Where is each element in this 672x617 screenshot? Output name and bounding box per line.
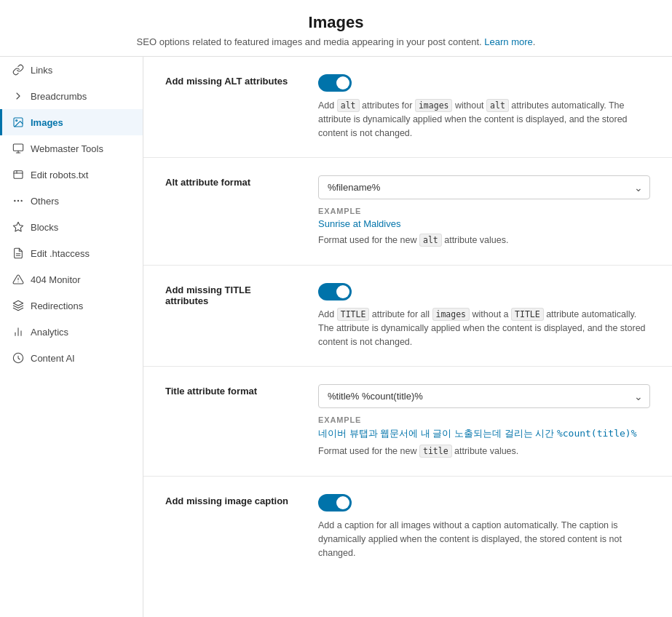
alt-attribute-format-section: Alt attribute format %filename% %title% … <box>143 158 672 266</box>
add-missing-caption-section: Add missing image caption Add a caption … <box>143 477 672 577</box>
sidebar-item-images[interactable]: Images <box>0 109 143 135</box>
add-missing-alt-toggle[interactable] <box>318 74 352 92</box>
main-content: Add missing ALT attributes Add alt attri… <box>143 57 672 617</box>
title-format-example-label: EXAMPLE <box>318 415 650 424</box>
robots-icon <box>12 169 24 180</box>
add-missing-caption-content: Add a caption for all images without a c… <box>318 494 650 560</box>
sidebar-item-label: Others <box>31 196 59 207</box>
sidebar-item-label: Edit .htaccess <box>31 248 90 259</box>
sidebar-item-label: Edit robots.txt <box>31 170 88 180</box>
add-missing-alt-section: Add missing ALT attributes Add alt attri… <box>143 57 672 158</box>
add-missing-title-toggle[interactable] <box>318 283 352 300</box>
add-missing-title-toggle-wrapper <box>318 283 650 300</box>
add-missing-alt-toggle-wrapper <box>318 74 650 92</box>
title-format-select-wrapper: %title% %count(title)% %filename% %alt% … <box>318 384 650 408</box>
alt-format-example-label: EXAMPLE <box>318 207 650 215</box>
alt-format-select-wrapper: %filename% %title% %alt% ⌄ <box>318 175 650 199</box>
add-missing-caption-slider <box>318 494 352 511</box>
code-alt3: alt <box>419 234 442 247</box>
page-title: Images <box>15 13 657 32</box>
svg-marker-11 <box>13 222 23 231</box>
code-alt2: alt <box>486 99 509 112</box>
sidebar: Links Breadcrumbs Images Webmaster Tools… <box>0 57 143 617</box>
add-missing-title-description: Add TITLE attribute for all images witho… <box>318 308 650 349</box>
title-example-plain: 네이버 뷰탭과 웹문서에 내 글이 노출되는데 걸리는 시간 <box>318 428 557 439</box>
monitor-icon <box>12 274 24 285</box>
sidebar-item-webmaster-tools[interactable]: Webmaster Tools <box>0 135 143 162</box>
sidebar-item-label: Webmaster Tools <box>31 143 103 154</box>
add-missing-caption-description: Add a caption for all images without a c… <box>318 519 650 560</box>
links-icon <box>12 64 24 76</box>
add-missing-alt-label: Add missing ALT attributes <box>165 74 296 140</box>
analytics-icon <box>12 326 24 338</box>
sidebar-item-blocks[interactable]: Blocks <box>0 214 143 240</box>
title-format-select[interactable]: %title% %count(title)% %filename% %alt% <box>318 384 650 408</box>
title-example-code: %count(title)% <box>557 428 637 439</box>
title-attribute-format-label: Title attribute format <box>165 384 296 458</box>
alt-attribute-format-content: %filename% %title% %alt% ⌄ EXAMPLE Sunri… <box>318 175 650 247</box>
page-description: SEO options related to featured images a… <box>15 36 657 47</box>
code-title2: TITLE <box>511 308 544 321</box>
sidebar-item-links[interactable]: Links <box>0 57 143 83</box>
sidebar-item-label: Links <box>31 65 52 76</box>
add-missing-caption-toggle[interactable] <box>318 494 352 511</box>
content-ai-icon <box>12 352 24 364</box>
add-missing-caption-label: Add missing image caption <box>165 494 296 560</box>
sidebar-item-label: Content AI <box>31 353 75 364</box>
sidebar-item-edit-htaccess[interactable]: Edit .htaccess <box>0 240 143 266</box>
title-attribute-format-content: %title% %count(title)% %filename% %alt% … <box>318 384 650 458</box>
alt-format-example-value: Sunrise at Maldives <box>318 218 650 229</box>
code-title1: TITLE <box>337 308 370 321</box>
sidebar-item-analytics[interactable]: Analytics <box>0 319 143 345</box>
code-images1: images <box>415 99 453 112</box>
code-alt1: alt <box>337 99 360 112</box>
sidebar-item-404-monitor[interactable]: 404 Monitor <box>0 266 143 292</box>
svg-point-8 <box>17 200 18 201</box>
svg-point-1 <box>16 120 17 122</box>
sidebar-item-label: Analytics <box>31 327 68 338</box>
title-format-example-value: 네이버 뷰탭과 웹문서에 내 글이 노출되는데 걸리는 시간 %count(ti… <box>318 427 650 440</box>
svg-rect-2 <box>13 144 23 151</box>
breadcrumbs-icon <box>12 90 24 102</box>
learn-more-link[interactable]: Learn more <box>484 36 532 47</box>
others-icon <box>12 195 24 207</box>
code-images2: images <box>432 308 470 321</box>
add-missing-title-label: Add missing TITLE attributes <box>165 283 296 349</box>
title-format-description: Format used for the new title attribute … <box>318 445 650 458</box>
add-missing-title-section: Add missing TITLE attributes Add TITLE a… <box>143 266 672 367</box>
sidebar-item-redirections[interactable]: Redirections <box>0 292 143 319</box>
add-missing-caption-toggle-wrapper <box>318 494 650 511</box>
add-missing-title-content: Add TITLE attribute for all images witho… <box>318 283 650 349</box>
sidebar-item-label: Blocks <box>31 222 58 233</box>
sidebar-item-others[interactable]: Others <box>0 188 143 214</box>
redirections-icon <box>12 300 24 311</box>
webmaster-icon <box>12 143 24 154</box>
blocks-icon <box>12 221 24 233</box>
add-missing-alt-content: Add alt attributes for images without al… <box>318 74 650 140</box>
alt-attribute-format-label: Alt attribute format <box>165 175 296 247</box>
sidebar-item-label: Breadcrumbs <box>31 91 87 102</box>
svg-point-9 <box>21 200 22 201</box>
sidebar-item-breadcrumbs[interactable]: Breadcrumbs <box>0 83 143 109</box>
code-title3: title <box>419 445 452 458</box>
svg-point-10 <box>15 200 15 201</box>
page-header: Images SEO options related to featured i… <box>0 0 672 57</box>
add-missing-title-slider <box>318 283 352 300</box>
add-missing-alt-description: Add alt attributes for images without al… <box>318 99 650 140</box>
sidebar-item-content-ai[interactable]: Content AI <box>0 345 143 371</box>
alt-format-select[interactable]: %filename% %title% %alt% <box>318 175 650 199</box>
htaccess-icon <box>12 247 24 259</box>
add-missing-alt-slider <box>318 74 352 92</box>
sidebar-item-label: Redirections <box>31 300 83 311</box>
title-attribute-format-section: Title attribute format %title% %count(ti… <box>143 367 672 477</box>
images-icon <box>12 116 24 128</box>
svg-rect-5 <box>14 171 23 179</box>
sidebar-item-edit-robots[interactable]: Edit robots.txt <box>0 162 143 188</box>
sidebar-item-label: Images <box>31 117 63 128</box>
alt-format-description: Format used for the new alt attribute va… <box>318 234 650 247</box>
sidebar-item-label: 404 Monitor <box>31 274 81 285</box>
